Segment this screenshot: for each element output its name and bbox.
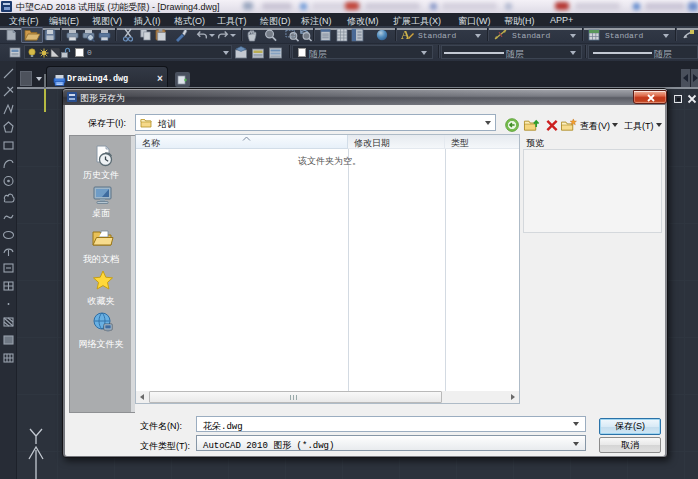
svg-text:A: A bbox=[401, 28, 410, 42]
